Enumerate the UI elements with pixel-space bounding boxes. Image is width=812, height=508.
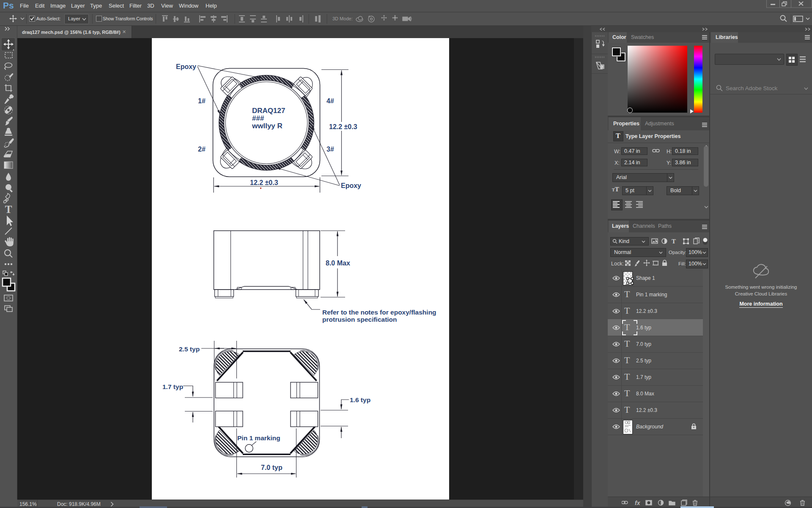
svg-text:2#: 2# (198, 146, 206, 153)
svg-text:wwllyy R: wwllyy R (252, 122, 283, 130)
svg-text:7.0 typ: 7.0 typ (261, 464, 283, 471)
svg-text:3#: 3# (326, 146, 334, 153)
svg-text:8.0 Max: 8.0 Max (326, 260, 350, 267)
svg-text:12.2 ±0.3: 12.2 ±0.3 (329, 123, 357, 130)
svg-text:Pin 1 marking: Pin 1 marking (237, 434, 280, 442)
svg-text:DRAQ127: DRAQ127 (252, 107, 285, 115)
svg-text:1#: 1# (198, 97, 206, 105)
svg-text:protrusion specification: protrusion specification (322, 316, 397, 323)
svg-text:fx: fx (635, 500, 641, 506)
svg-text:12.2 ±0.3: 12.2 ±0.3 (250, 179, 278, 186)
svg-text:T: T (672, 238, 676, 245)
svg-text:Epoxy: Epoxy (176, 63, 196, 70)
svg-text:###: ### (252, 114, 264, 122)
svg-text:1.7 typ: 1.7 typ (162, 383, 183, 390)
svg-text:2.5 typ: 2.5 typ (179, 345, 200, 353)
svg-text:4#: 4# (326, 97, 334, 105)
svg-text:Refer to the notes for epoxy/f: Refer to the notes for epoxy/flashing (322, 309, 436, 316)
svg-text:1.6 typ: 1.6 typ (350, 396, 370, 403)
svg-text:Epoxy: Epoxy (341, 182, 361, 189)
svg-text:T: T (5, 204, 12, 215)
